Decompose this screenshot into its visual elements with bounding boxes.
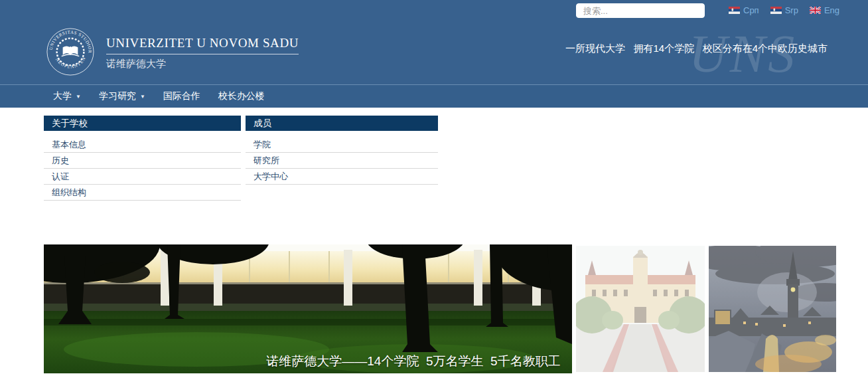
panel-item-faculties[interactable]: 学院 <box>246 137 438 153</box>
hero-image-campus-park[interactable] <box>44 244 572 373</box>
language-link-serbian-latin[interactable]: Srp <box>770 5 798 15</box>
university-seal-logo[interactable]: UNIVERSITAS STUDIORUM NEOPLANTENSIS <box>46 28 94 76</box>
thumbnail-city-tower-dusk[interactable] <box>709 246 836 372</box>
serbia-flag-icon <box>770 7 782 14</box>
open-book-icon <box>62 46 80 56</box>
panel-item-list: 学院 研究所 大学中心 <box>246 137 438 185</box>
language-link-serbian-cyrillic[interactable]: Срп <box>729 5 759 15</box>
language-label: Срп <box>743 5 759 15</box>
search-input[interactable] <box>576 3 705 18</box>
university-name-latin[interactable]: UNIVERZITET U NOVOM SADU <box>106 36 299 54</box>
university-name-chinese: 诺维萨德大学 <box>106 58 299 70</box>
panel-item-university-centers[interactable]: 大学中心 <box>246 169 438 185</box>
dropdown-panel-members: 成员 学院 研究所 大学中心 <box>246 116 438 185</box>
panel-item-history[interactable]: 历史 <box>44 153 241 169</box>
chevron-down-icon: ▼ <box>76 93 81 100</box>
nav-item-label: 国际合作 <box>163 90 200 102</box>
panel-title: 关于学校 <box>44 116 241 131</box>
nav-item-rectorate[interactable]: 校长办公楼 <box>218 90 265 102</box>
site-header: Срп Srp <box>0 0 868 84</box>
panel-item-organization[interactable]: 组织结构 <box>44 185 241 201</box>
uk-flag-icon <box>810 7 821 14</box>
chevron-down-icon: ▼ <box>140 93 145 100</box>
panel-item-basic-info[interactable]: 基本信息 <box>44 137 241 153</box>
page: Срп Srp <box>0 0 868 376</box>
nav-item-university[interactable]: 大学 ▼ <box>53 90 81 102</box>
panel-item-institutes[interactable]: 研究所 <box>246 153 438 169</box>
panel-item-list: 基本信息 历史 认证 组织结构 <box>44 137 241 201</box>
nav-item-label: 大学 <box>53 90 72 102</box>
nav-item-study-research[interactable]: 学习研究 ▼ <box>99 90 145 102</box>
header-tagline: 一所现代大学 拥有14个学院 校区分布在4个中欧历史城市 <box>565 43 828 55</box>
panel-title: 成员 <box>246 116 438 131</box>
university-name-block: UNIVERZITET U NOVOM SADU 诺维萨德大学 <box>106 36 299 70</box>
language-switcher: Срп Srp <box>729 5 839 15</box>
language-link-english[interactable]: Eng <box>810 5 839 15</box>
serbia-flag-icon <box>729 7 740 14</box>
language-label: Eng <box>824 5 839 15</box>
dropdown-panel-about-school: 关于学校 基本信息 历史 认证 组织结构 <box>44 116 241 201</box>
nav-item-international-cooperation[interactable]: 国际合作 <box>163 90 200 102</box>
nav-item-label: 校长办公楼 <box>218 90 265 102</box>
panel-item-accreditation[interactable]: 认证 <box>44 169 241 185</box>
nav-item-label: 学习研究 <box>99 90 136 102</box>
language-label: Srp <box>785 5 798 15</box>
thumbnail-historic-building[interactable] <box>576 246 705 372</box>
main-nav: 大学 ▼ 学习研究 ▼ 国际合作 校长办公楼 <box>0 84 868 108</box>
